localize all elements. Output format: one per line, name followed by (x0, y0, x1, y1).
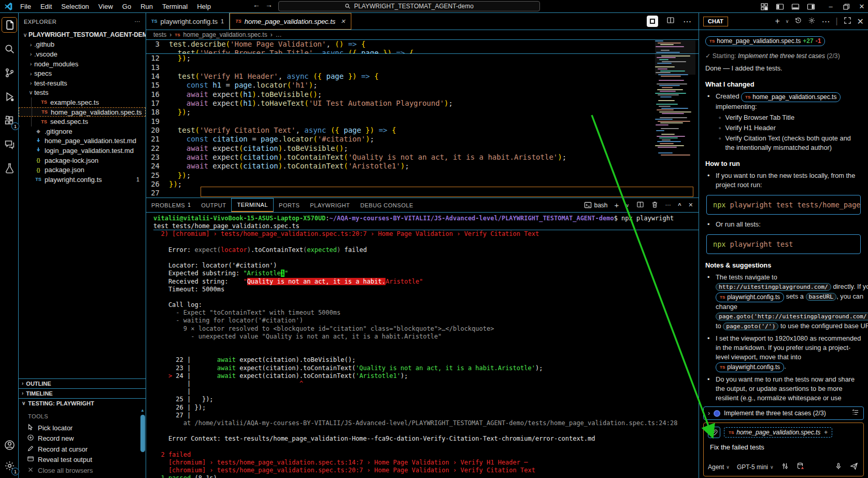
settings-gear-icon[interactable]: 1 (2, 458, 17, 473)
code-block[interactable]: npx playwright test tests/home_page_val (706, 195, 861, 215)
layout-customize-icon[interactable] (760, 3, 769, 11)
model-selector[interactable]: GPT-5 mini∨ (737, 463, 774, 471)
mode-selector[interactable]: Agent∨ (708, 463, 730, 471)
tree-item-seed-spec-ts[interactable]: TSseed.spec.ts (19, 117, 146, 126)
chat-maximize-icon[interactable] (844, 17, 851, 26)
tree-item--vscode[interactable]: ›.vscode (19, 49, 146, 59)
new-chat-icon[interactable]: + (775, 17, 780, 26)
section-testing[interactable]: ∨TESTING: PLAYWRIGHT (19, 398, 146, 408)
task-list-icon[interactable] (851, 409, 859, 418)
tree-item-node-modules[interactable]: ›node_modules (19, 59, 146, 69)
nav-forward-icon[interactable]: → (265, 1, 273, 9)
new-chat-dropdown-icon[interactable]: ∨ (786, 19, 789, 24)
minimap[interactable] (655, 40, 695, 165)
tree-item-playwright-testomat-agent-demo[interactable]: ∨PLAYWRIGHT_TESTOMAT_AGENT-DEMO (19, 30, 146, 40)
section-timeline[interactable]: ›TIMELINE (19, 388, 146, 398)
code-editor[interactable]: 3test.describe('Home Page Validation', (… (146, 39, 699, 198)
source-control-icon[interactable] (2, 65, 17, 80)
attach-context-button[interactable] (708, 427, 720, 438)
panel-tab-playwright[interactable]: PLAYWRIGHT (305, 198, 355, 212)
window-close-icon[interactable]: ✕ (858, 3, 866, 11)
menu-view[interactable]: View (94, 2, 117, 11)
sidebar-scrollbar[interactable] (140, 415, 145, 452)
tree-item--github[interactable]: ›.github (19, 40, 146, 50)
tree-item-test-results[interactable]: ›test-results (19, 78, 146, 88)
tree-item--gitignore[interactable]: ◆.gitignore (19, 126, 146, 136)
send-button[interactable] (850, 462, 858, 472)
new-terminal-icon[interactable]: + (614, 201, 619, 209)
code-block[interactable]: npx playwright test (706, 234, 861, 254)
chat-input-box[interactable]: TS home_page_validation.spec.ts + Fix th… (703, 423, 864, 476)
split-editor-icon[interactable] (666, 16, 675, 26)
panel-more-icon[interactable]: ⋯ (665, 202, 672, 208)
panel-tab-output[interactable]: OUTPUT (196, 198, 231, 212)
window-restore-icon[interactable] (842, 3, 850, 11)
chat-more-icon[interactable]: ⋯ (821, 17, 830, 26)
extensions-icon[interactable]: 1 (2, 113, 17, 128)
file-chip[interactable]: TSplaywright.config.ts (716, 362, 784, 372)
file-chip[interactable]: TShome_page_validation.spec.ts (741, 92, 841, 102)
nav-back-icon[interactable]: ← (253, 1, 260, 9)
tree-item-login-page-validation-test-md[interactable]: login_page_validation.test.md (19, 146, 146, 156)
menu-go[interactable]: Go (118, 2, 135, 11)
search-sidebar-icon[interactable] (2, 41, 17, 57)
kill-terminal-icon[interactable] (651, 201, 659, 209)
run-debug-icon[interactable] (2, 89, 17, 104)
chat-sidebar-icon[interactable] (2, 136, 17, 152)
tab-home-page-validation-spec-ts[interactable]: TShome_page_validation.spec.ts✕ (230, 13, 351, 30)
chat-settings-gear-icon[interactable] (808, 17, 816, 26)
close-panel-icon[interactable]: ✕ (688, 202, 693, 208)
chat-input-text[interactable]: Fix the failed tests (710, 443, 859, 451)
menu-selection[interactable]: Selection (57, 2, 93, 11)
tree-item-home-page-validation-spec-ts[interactable]: TShome_page_validation.spec.ts (19, 107, 146, 117)
tool-record-at-cursor[interactable]: Record at cursor (27, 444, 146, 455)
tree-item-home-page-validation-test-md[interactable]: home_page_validation.test.md (19, 136, 146, 146)
chat-tab[interactable]: CHAT (703, 17, 728, 26)
tree-item-playwright-config-ts[interactable]: TSplaywright.config.ts1 (19, 175, 146, 185)
command-center-search[interactable]: PLAYWRIGHT_TESTOMAT_AGENT-demo (278, 1, 540, 11)
tree-item-tests[interactable]: ∨tests (19, 88, 146, 98)
breadcrumb[interactable]: tests›TShome_page_validation.spec.ts›… (146, 30, 699, 39)
panel-tab-problems[interactable]: PROBLEMS1 (146, 198, 196, 212)
tree-item-package-lock-json[interactable]: {}package-lock.json (19, 156, 146, 165)
explorer-icon[interactable] (2, 17, 17, 33)
attached-file-chip[interactable]: TS home_page_validation.spec.ts + (724, 427, 832, 438)
terminal-dropdown-icon[interactable]: ∨ (626, 203, 630, 208)
terminal-shell-chip[interactable]: bash (584, 201, 607, 209)
task-status-bar[interactable]: › Implement the three test cases (2/3) (703, 406, 864, 420)
tree-item-example-spec-ts[interactable]: TSexample.spec.ts (19, 97, 146, 107)
file-chip[interactable]: TSplaywright.config.ts (716, 292, 784, 302)
chat-close-icon[interactable]: ✕ (857, 17, 864, 26)
tab-close-icon[interactable]: ✕ (340, 18, 345, 25)
toggle-sidebar-right-icon[interactable] (807, 3, 815, 11)
sidebar-scroll-up-icon[interactable]: ▲ (140, 408, 145, 413)
tool-pick-locator[interactable]: Pick locator (27, 423, 146, 433)
testing-icon[interactable] (2, 160, 17, 176)
chat-history-icon[interactable] (794, 17, 802, 26)
panel-tab-debug-console[interactable]: DEBUG CONSOLE (355, 198, 418, 212)
menu-run[interactable]: Run (136, 2, 157, 11)
tree-item-package-json[interactable]: {}package.json (19, 165, 146, 175)
tab-playwright-config-ts[interactable]: TSplaywright.config.ts1 (146, 13, 230, 30)
toggle-sidebar-left-icon[interactable] (776, 3, 784, 11)
tool-close-all-browsers[interactable]: Close all browsers (27, 465, 146, 476)
menu-edit[interactable]: Edit (36, 2, 56, 11)
tool-reveal-test-output[interactable]: Reveal test output (27, 454, 146, 465)
tree-item-specs[interactable]: ›specs (19, 68, 146, 78)
task-expand-icon[interactable]: › (708, 410, 710, 417)
editor-more-icon[interactable]: ⋯ (683, 17, 691, 26)
explorer-more-icon[interactable]: ⋯ (135, 18, 140, 25)
section-outline[interactable]: ›OUTLINE (19, 378, 146, 388)
menu-terminal[interactable]: Terminal (158, 2, 192, 11)
maximize-panel-icon[interactable]: ^ (678, 202, 681, 208)
voice-input-icon[interactable] (834, 462, 843, 472)
account-icon[interactable] (2, 437, 17, 453)
split-terminal-icon[interactable] (636, 201, 644, 209)
context-usage-warning-icon[interactable] (796, 462, 805, 472)
panel-tab-ports[interactable]: PORTS (274, 198, 305, 212)
menu-help[interactable]: Help (193, 2, 215, 11)
file-chip[interactable]: TShome_page_validation.spec.ts+27-1 (705, 36, 825, 46)
toggle-panel-icon[interactable] (791, 3, 800, 11)
window-minimize-icon[interactable]: – (827, 3, 835, 11)
tools-config-icon[interactable] (781, 462, 789, 472)
